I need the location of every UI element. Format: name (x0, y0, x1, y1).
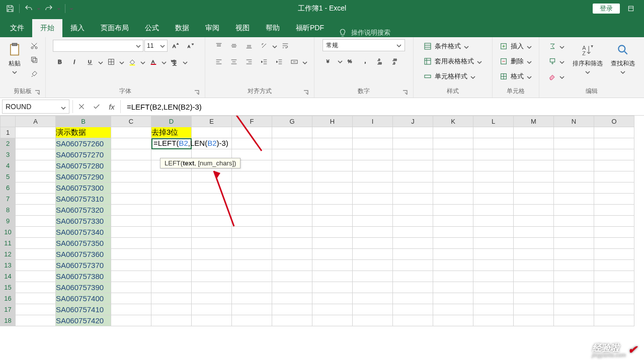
cell-C4[interactable] (111, 160, 151, 171)
cell-G13[interactable] (272, 260, 312, 271)
cell-K1[interactable] (433, 127, 473, 138)
chevron-down-icon[interactable] (119, 59, 124, 64)
align-middle-button[interactable] (227, 39, 241, 52)
align-right-button[interactable] (242, 55, 256, 68)
cell-A6[interactable] (16, 183, 56, 194)
cell-F11[interactable] (232, 238, 272, 249)
tab-page-layout[interactable]: 页面布局 (93, 19, 137, 37)
cell-L3[interactable] (473, 149, 514, 160)
cell-L17[interactable] (473, 304, 514, 315)
qat-customize-icon[interactable] (69, 5, 73, 13)
row-header-13[interactable]: 13 (1, 260, 16, 271)
cell-D18[interactable] (151, 315, 192, 326)
dialog-launcher-icon[interactable] (34, 89, 41, 97)
dialog-launcher-icon[interactable] (402, 89, 409, 97)
dialog-launcher-icon[interactable] (303, 89, 310, 97)
tab-data[interactable]: 数据 (167, 19, 197, 37)
cell-H4[interactable] (312, 160, 353, 171)
cell-M16[interactable] (514, 293, 554, 304)
cell-I17[interactable] (353, 304, 393, 315)
cell-D8[interactable] (151, 205, 192, 216)
wrap-text-button[interactable] (278, 39, 292, 52)
cell-C7[interactable] (111, 194, 151, 205)
decrease-decimal-button[interactable]: .00.0 (389, 54, 403, 67)
cell-F15[interactable] (232, 282, 272, 293)
cell-F16[interactable] (232, 293, 272, 304)
cell-D16[interactable] (151, 293, 192, 304)
cell-G7[interactable] (272, 194, 312, 205)
cell-O1[interactable] (594, 127, 634, 138)
cell-J11[interactable] (393, 238, 433, 249)
cell-O6[interactable] (594, 183, 634, 194)
cell-O11[interactable] (594, 238, 634, 249)
tab-view[interactable]: 视图 (227, 19, 258, 37)
column-header-O[interactable]: O (594, 116, 634, 127)
cell-O2[interactable] (594, 138, 634, 149)
cell-H7[interactable] (312, 194, 353, 205)
cell-G12[interactable] (272, 249, 312, 260)
cell-J5[interactable] (393, 171, 433, 183)
cell-I3[interactable] (353, 149, 393, 160)
font-color-button[interactable]: A (146, 55, 160, 68)
cell-J10[interactable] (393, 227, 433, 238)
cell-I14[interactable] (353, 271, 393, 282)
cell-E11[interactable] (192, 238, 232, 249)
cell-H18[interactable] (312, 315, 353, 326)
select-all-corner[interactable] (1, 116, 16, 127)
fx-icon[interactable]: fx (104, 103, 119, 111)
cell-I5[interactable] (353, 171, 393, 183)
insert-cells-button[interactable]: 插入 (497, 39, 535, 53)
cell-O15[interactable] (594, 282, 634, 293)
cell-E17[interactable] (192, 304, 232, 315)
cell-M12[interactable] (514, 249, 554, 260)
redo-dropdown-icon[interactable] (57, 5, 61, 13)
cell-A5[interactable] (16, 171, 56, 183)
chevron-down-icon[interactable] (183, 59, 188, 64)
cell-O7[interactable] (594, 194, 634, 205)
cell-H3[interactable] (312, 149, 353, 160)
cell-C3[interactable] (111, 149, 151, 160)
cell-D1[interactable]: 去掉3位 (151, 127, 192, 138)
cell-E13[interactable] (192, 260, 232, 271)
borders-button[interactable] (104, 55, 118, 68)
cell-I10[interactable] (353, 227, 393, 238)
cell-I8[interactable] (353, 205, 393, 216)
cell-O3[interactable] (594, 149, 634, 160)
italic-button[interactable]: I (68, 55, 82, 68)
cell-K4[interactable] (433, 160, 473, 171)
cell-I6[interactable] (353, 183, 393, 194)
cell-H15[interactable] (312, 282, 353, 293)
cell-A16[interactable] (16, 293, 56, 304)
row-header-6[interactable]: 6 (1, 183, 16, 194)
cell-F13[interactable] (232, 260, 272, 271)
cell-B15[interactable]: SA060757390 (56, 282, 111, 293)
cell-D9[interactable] (151, 216, 192, 227)
cell-A11[interactable] (16, 238, 56, 249)
merge-center-button[interactable] (287, 55, 301, 68)
cell-L4[interactable] (473, 160, 514, 171)
cell-N7[interactable] (554, 194, 594, 205)
fill-button[interactable] (545, 54, 568, 68)
cell-M17[interactable] (514, 304, 554, 315)
cell-J3[interactable] (393, 149, 433, 160)
cell-J8[interactable] (393, 205, 433, 216)
fill-color-button[interactable] (125, 55, 139, 68)
cell-O18[interactable] (594, 315, 634, 326)
align-bottom-button[interactable] (242, 39, 256, 52)
cell-D12[interactable] (151, 249, 192, 260)
cell-N2[interactable] (554, 138, 594, 149)
cell-C9[interactable] (111, 216, 151, 227)
cell-I4[interactable] (353, 160, 393, 171)
cell-L7[interactable] (473, 194, 514, 205)
cell-H17[interactable] (312, 304, 353, 315)
cell-D5[interactable] (151, 171, 192, 183)
row-header-14[interactable]: 14 (1, 271, 16, 282)
cell-D6[interactable] (151, 183, 192, 194)
cell-B17[interactable]: SA060757410 (56, 304, 111, 315)
cell-D17[interactable] (151, 304, 192, 315)
cell-H5[interactable] (312, 171, 353, 183)
cell-B7[interactable]: SA060757310 (56, 194, 111, 205)
row-header-11[interactable]: 11 (1, 238, 16, 249)
cell-F12[interactable] (232, 249, 272, 260)
cell-H1[interactable] (312, 127, 353, 138)
